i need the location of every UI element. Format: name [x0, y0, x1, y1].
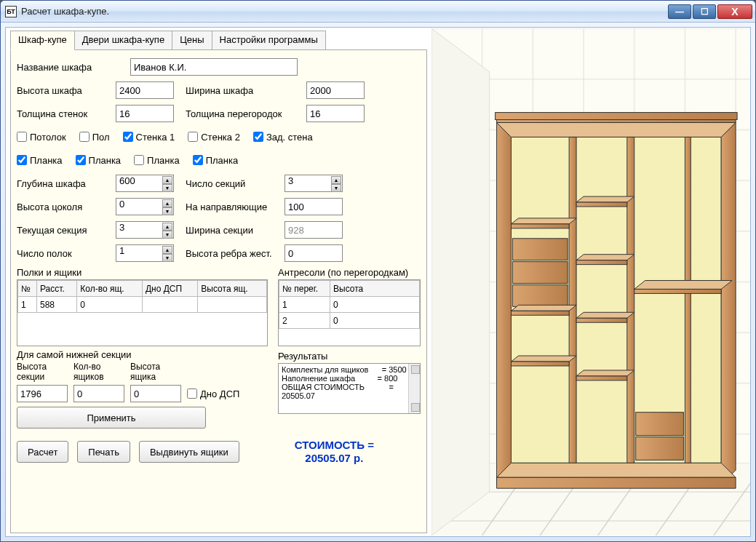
maximize-button[interactable]: ☐ — [693, 4, 716, 19]
input-low-h[interactable] — [17, 385, 68, 402]
input-rib-h[interactable] — [285, 244, 343, 262]
check-plank3[interactable]: Планка — [134, 155, 180, 166]
svg-marker-4 — [431, 28, 490, 535]
app-window: БТ Расчет шкафа-купе. — ☐ X Шкаф-купе Дв… — [0, 0, 756, 542]
svg-rect-35 — [636, 413, 684, 436]
label-rib-h: Высота ребра жест. — [186, 248, 280, 259]
label-low-drawer-h: Высота ящика — [130, 362, 181, 382]
check-ceiling[interactable]: Потолок — [17, 132, 66, 143]
tab-settings[interactable]: Настройки программы — [212, 31, 326, 50]
print-button[interactable]: Печать — [77, 441, 130, 463]
svg-rect-20 — [512, 284, 568, 306]
check-plank1[interactable]: Планка — [17, 155, 63, 166]
input-height[interactable] — [116, 81, 174, 99]
check-wall1[interactable]: Стенка 1 — [123, 132, 175, 143]
label-shelves-drawers: Полки и ящики — [17, 267, 268, 278]
check-plank4[interactable]: Планка — [193, 155, 239, 166]
svg-rect-28 — [576, 260, 627, 265]
spin-base-h[interactable]: 0▲▼ — [116, 198, 174, 215]
table-row[interactable]: 20 — [279, 313, 420, 329]
input-sec-w — [285, 221, 343, 239]
label-mezzanines: Антресоли (по перегородкам) — [278, 267, 421, 278]
label-height: Высота шкафа — [17, 85, 111, 96]
mezz-table[interactable]: № перег. Высота 10 20 — [278, 279, 421, 346]
client-area: Шкаф-купе Двери шкафа-купе Цены Настройк… — [5, 27, 751, 537]
label-low-cnt: Кол-во ящиков — [73, 362, 124, 382]
app-icon: БТ — [5, 6, 17, 17]
label-lowest-section: Для самой нижней секции — [17, 349, 268, 360]
check-plank2[interactable]: Планка — [76, 155, 122, 166]
input-part-th[interactable] — [306, 105, 365, 122]
label-sec-w: Ширина секции — [186, 225, 280, 236]
check-back[interactable]: Зад. стена — [253, 132, 313, 143]
extend-button[interactable]: Выдвинуть ящики — [139, 441, 239, 463]
svg-marker-11 — [497, 463, 736, 477]
spin-down-icon[interactable]: ▼ — [162, 184, 172, 192]
minimize-button[interactable]: — — [668, 4, 691, 19]
label-shelves: Число полок — [17, 248, 111, 259]
input-wall-th[interactable] — [116, 105, 174, 122]
svg-marker-12 — [497, 477, 736, 488]
svg-marker-6 — [497, 123, 512, 485]
close-button[interactable]: X — [717, 4, 752, 19]
check-dsp[interactable]: Дно ДСП — [187, 388, 268, 399]
svg-rect-26 — [576, 202, 627, 207]
label-width: Ширина шкафа — [186, 85, 302, 96]
input-rails[interactable] — [285, 198, 343, 215]
input-width[interactable] — [306, 81, 365, 99]
apply-button[interactable]: Применить — [17, 407, 206, 429]
svg-rect-34 — [634, 289, 721, 293]
svg-marker-33 — [634, 281, 732, 290]
svg-marker-27 — [576, 255, 634, 260]
results-textbox[interactable]: Комплекты для ящиков = 3500 Наполнение ш… — [278, 363, 421, 414]
label-rails: На направляющие — [186, 202, 280, 212]
svg-rect-19 — [512, 262, 568, 284]
svg-rect-24 — [512, 362, 570, 366]
3d-viewport[interactable] — [431, 28, 750, 536]
label-sections: Число секций — [186, 178, 280, 189]
label-low-h: Высота секции — [17, 362, 68, 382]
spin-cur-sec[interactable]: 3▲▼ — [116, 221, 174, 239]
calc-button[interactable]: Расчет — [17, 441, 68, 463]
svg-marker-8 — [721, 123, 736, 485]
spin-sections[interactable]: 3▲▼ — [285, 175, 343, 192]
svg-marker-29 — [576, 312, 634, 318]
label-wall-th: Толщина стенок — [17, 108, 111, 119]
label-name: Название шкафа — [17, 62, 126, 73]
svg-rect-36 — [636, 437, 684, 461]
label-base-h: Высота цоколя — [17, 202, 111, 212]
spin-shelves[interactable]: 1▲▼ — [116, 244, 174, 262]
left-panel: Шкаф-купе Двери шкафа-купе Цены Настройк… — [6, 28, 431, 536]
table-row[interactable]: 1 588 0 — [18, 297, 267, 313]
label-cur-sec: Текущая секция — [17, 225, 111, 236]
label-depth: Глубина шкафа — [17, 178, 111, 189]
check-floor[interactable]: Пол — [79, 132, 110, 143]
svg-marker-23 — [512, 356, 577, 362]
shelves-table[interactable]: № Расст. Кол-во ящ. Дно ДСП Высота ящ. 1… — [17, 279, 268, 346]
tab-strip: Шкаф-купе Двери шкафа-купе Цены Настройк… — [10, 31, 427, 50]
input-low-cnt[interactable] — [73, 385, 124, 402]
svg-rect-30 — [576, 318, 627, 322]
tab-wardrobe[interactable]: Шкаф-купе — [10, 31, 75, 50]
spin-up-icon[interactable]: ▲ — [162, 176, 172, 184]
input-name[interactable] — [130, 58, 298, 76]
scrollbar[interactable] — [408, 364, 420, 413]
svg-marker-15 — [685, 137, 691, 463]
input-low-drawer-h[interactable] — [130, 385, 181, 402]
tab-doors[interactable]: Двери шкафа-купе — [74, 31, 172, 50]
titlebar[interactable]: БТ Расчет шкафа-купе. — ☐ X — [1, 1, 755, 23]
tab-prices[interactable]: Цены — [172, 31, 212, 50]
svg-marker-21 — [512, 305, 577, 311]
check-wall2[interactable]: Стенка 2 — [188, 132, 240, 143]
table-row[interactable]: 10 — [279, 297, 420, 313]
svg-rect-17 — [512, 224, 570, 228]
tab-body: Название шкафа Высота шкафа Ширина шкафа… — [10, 49, 427, 533]
svg-marker-31 — [576, 370, 634, 376]
wardrobe-3d-icon — [431, 28, 750, 536]
svg-marker-16 — [512, 218, 577, 224]
price-display: СТОИМОСТЬ = 20505.07 р. — [248, 439, 421, 465]
svg-marker-25 — [576, 196, 634, 202]
spin-depth[interactable]: 600▲▼ — [116, 175, 174, 192]
window-title: Расчет шкафа-купе. — [21, 6, 668, 17]
svg-marker-13 — [569, 137, 576, 463]
